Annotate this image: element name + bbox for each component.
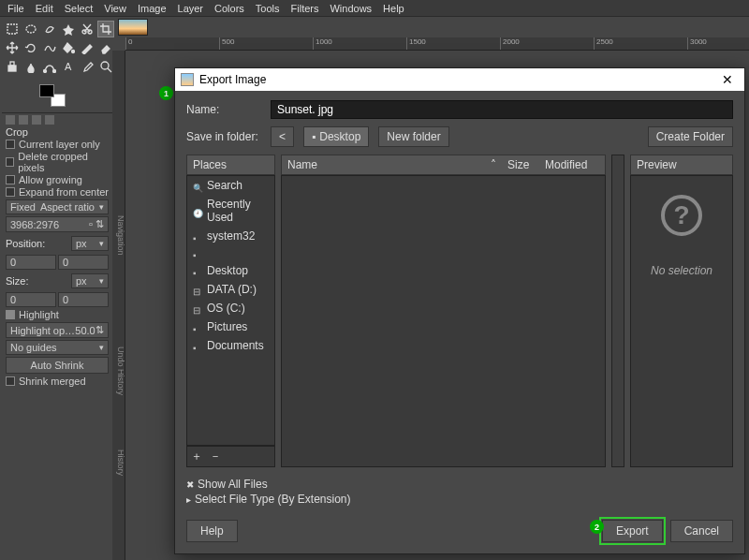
menu-help[interactable]: Help xyxy=(379,3,408,14)
size-unit[interactable]: px▾ xyxy=(71,273,109,288)
svg-rect-0 xyxy=(7,24,17,34)
pencil-tool[interactable] xyxy=(79,39,95,56)
highlight-opacity[interactable]: Highlight op…50.0⇅ xyxy=(6,322,109,338)
ellipse-select-tool[interactable] xyxy=(22,21,39,37)
menu-view[interactable]: View xyxy=(100,3,130,14)
svg-text:A: A xyxy=(65,61,72,72)
places-item[interactable]: Documents xyxy=(187,336,274,355)
places-item[interactable]: DATA (D:) xyxy=(187,280,274,299)
menu-select[interactable]: Select xyxy=(61,3,97,14)
tool-options-title: Crop xyxy=(6,126,109,138)
close-icon[interactable]: ✕ xyxy=(716,72,739,87)
svg-point-8 xyxy=(53,70,56,73)
pos-y[interactable]: 0 xyxy=(58,255,109,270)
bucket-fill-tool[interactable] xyxy=(60,39,77,56)
free-select-tool[interactable] xyxy=(41,21,58,37)
menu-file[interactable]: File xyxy=(4,3,28,14)
remove-bookmark-button[interactable]: － xyxy=(210,449,221,464)
places-item[interactable]: Desktop xyxy=(187,261,274,280)
files-list[interactable] xyxy=(281,175,606,467)
no-selection-label: No selection xyxy=(651,264,712,277)
warp-tool[interactable] xyxy=(41,39,58,56)
tool-grid: A xyxy=(2,19,112,77)
size-h[interactable]: 0 xyxy=(58,292,109,307)
path-tool[interactable] xyxy=(41,58,58,75)
places-item[interactable]: Recently Used xyxy=(187,195,274,227)
vertical-ruler xyxy=(112,51,125,560)
files-header-modified[interactable]: Modified xyxy=(539,155,605,174)
position-label: Position: xyxy=(6,238,45,249)
color-picker-tool[interactable] xyxy=(79,58,95,75)
crop-tool[interactable] xyxy=(97,21,114,37)
crop-option[interactable]: Expand from center xyxy=(6,186,109,198)
menu-edit[interactable]: Edit xyxy=(32,3,57,14)
folder-icon: ▪ xyxy=(312,130,316,143)
rect-select-tool[interactable] xyxy=(4,21,21,37)
places-item[interactable] xyxy=(187,245,274,261)
places-item[interactable]: Search xyxy=(187,176,274,195)
add-bookmark-button[interactable]: ＋ xyxy=(191,449,202,464)
image-thumbnail[interactable] xyxy=(118,19,148,36)
menu-tools[interactable]: Tools xyxy=(252,3,284,14)
export-button[interactable]: Export xyxy=(602,520,663,542)
text-tool[interactable]: A xyxy=(60,58,77,75)
folder-icon xyxy=(193,266,203,276)
files-panel: Name˄ Size Modified xyxy=(281,155,606,467)
create-folder-button[interactable]: Create Folder xyxy=(648,126,733,147)
path-segment-desktop[interactable]: ▪Desktop xyxy=(303,126,369,147)
crop-option[interactable]: Delete cropped pixels xyxy=(6,151,109,173)
search-icon xyxy=(193,181,203,191)
menu-image[interactable]: Image xyxy=(134,3,170,14)
smudge-tool[interactable] xyxy=(22,58,39,75)
show-all-files-toggle[interactable]: ✖Show All Files xyxy=(186,477,733,492)
menu-windows[interactable]: Windows xyxy=(326,3,375,14)
crop-option[interactable]: Current layer only xyxy=(6,139,109,150)
path-segment-newfolder[interactable]: New folder xyxy=(378,126,448,147)
folder-icon xyxy=(193,341,203,351)
places-item[interactable]: OS (C:) xyxy=(187,299,274,317)
svg-rect-6 xyxy=(10,62,14,66)
fg-color-swatch[interactable] xyxy=(39,84,54,97)
menu-filters[interactable]: Filters xyxy=(287,3,323,14)
menu-layer[interactable]: Layer xyxy=(174,3,208,14)
fixed-mode-select[interactable]: FixedAspect ratio▾ xyxy=(6,199,109,214)
expand-icon: ▸ xyxy=(186,494,191,505)
name-label: Name: xyxy=(186,103,261,116)
svg-point-1 xyxy=(26,25,36,33)
path-back-button[interactable]: < xyxy=(271,126,294,147)
auto-shrink-button[interactable]: Auto Shrink xyxy=(6,357,109,374)
aspect-ratio-field[interactable]: 3968:2976▫ ⇅ xyxy=(6,216,109,232)
recent-icon xyxy=(193,206,203,216)
folder-icon xyxy=(193,231,203,242)
size-w[interactable]: 0 xyxy=(6,292,56,307)
color-swatches[interactable] xyxy=(39,84,66,107)
rotate-tool[interactable] xyxy=(22,39,39,56)
guides-select[interactable]: No guides▾ xyxy=(6,340,109,355)
side-tab-navigation[interactable]: Navigation xyxy=(116,215,125,256)
help-button[interactable]: Help xyxy=(186,520,238,542)
shrink-merged-check[interactable]: Shrink merged xyxy=(6,376,109,387)
side-tab-history[interactable]: History xyxy=(116,449,125,476)
places-item[interactable]: system32 xyxy=(187,227,274,245)
position-unit[interactable]: px▾ xyxy=(71,236,109,251)
places-item[interactable]: Pictures xyxy=(187,317,274,336)
highlight-check[interactable]: Highlight xyxy=(6,309,109,320)
select-file-type-expander[interactable]: ▸Select File Type (By Extension) xyxy=(186,492,733,507)
scissors-tool[interactable] xyxy=(79,21,95,37)
cancel-button[interactable]: Cancel xyxy=(670,520,733,542)
files-header-size[interactable]: Size xyxy=(502,155,539,174)
svg-point-7 xyxy=(44,70,47,73)
files-header-name[interactable]: Name˄ xyxy=(282,155,502,174)
side-tab-undo-history[interactable]: Undo History xyxy=(116,346,125,395)
pos-x[interactable]: 0 xyxy=(6,255,56,270)
files-scrollbar[interactable] xyxy=(611,155,624,467)
filename-input[interactable] xyxy=(271,100,733,119)
crop-option[interactable]: Allow growing xyxy=(6,174,109,185)
save-in-folder-label: Save in folder: xyxy=(186,130,261,143)
menu-colors[interactable]: Colors xyxy=(211,3,248,14)
clone-tool[interactable] xyxy=(4,58,21,75)
move-tool[interactable] xyxy=(4,39,21,56)
places-header: Places xyxy=(186,155,275,175)
fuzzy-select-tool[interactable] xyxy=(60,21,77,37)
folder-icon xyxy=(193,248,203,258)
